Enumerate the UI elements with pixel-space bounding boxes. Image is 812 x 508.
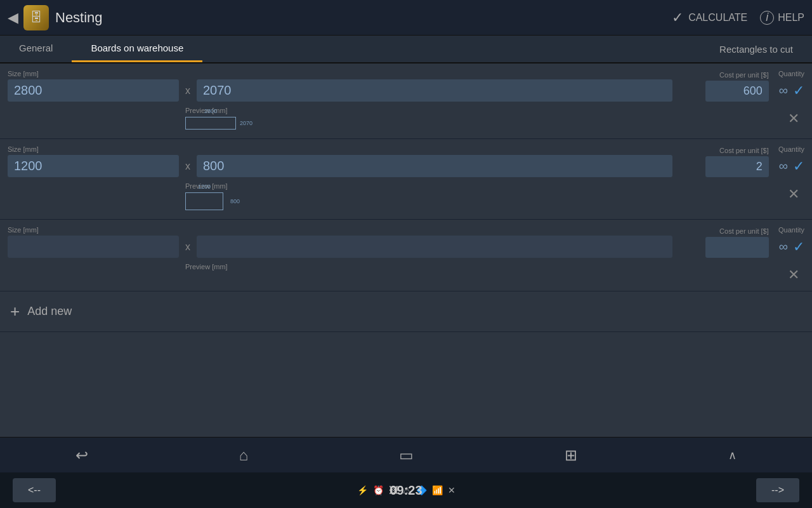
x-separator-2: x xyxy=(185,161,190,172)
header-actions: ✓ CALCULATE i HELP xyxy=(672,10,804,26)
confirm-btn-2[interactable]: ✓ xyxy=(793,158,804,175)
preview-rect-1: 2800 2070 xyxy=(185,117,236,130)
preview-area-2: Preview [mm] 1200 800 xyxy=(8,182,672,213)
cost-group-2: Cost per unit [$] xyxy=(705,147,769,177)
qty-label-1: Quantity xyxy=(778,70,804,77)
confirm-btn-3[interactable]: ✓ xyxy=(793,239,804,255)
size-section-3: Size [mm] x Preview [mm] xyxy=(8,226,672,273)
right-section-3: Cost per unit [$] Quantity ∞ ✓ ✕ xyxy=(678,226,804,284)
width-input-1[interactable] xyxy=(8,79,179,102)
qty-label-2: Quantity xyxy=(778,145,804,153)
wifi-icon: 📶 xyxy=(432,485,443,495)
cost-group-1: Cost per unit [$] xyxy=(705,71,769,102)
cost-label-2: Cost per unit [$] xyxy=(719,147,769,154)
preview-dim-w-1: 2800 xyxy=(204,108,217,114)
board-row-3: Size [mm] x Preview [mm] Cost per unit [… xyxy=(0,220,812,291)
size-label-1: Size [mm] xyxy=(8,70,672,77)
cost-input-3[interactable] xyxy=(705,237,769,258)
preview-dim-h-1: 2070 xyxy=(240,120,252,126)
qty-inf-symbol-1: ∞ xyxy=(776,79,790,102)
bottom-nav-bar: ↩ ⌂ ▭ ⊞ ∧ xyxy=(0,437,812,472)
check-icon: ✓ xyxy=(672,10,683,26)
app-title: Nesting xyxy=(55,10,672,26)
delete-row-1: ✕ xyxy=(783,109,804,128)
height-input-3[interactable] xyxy=(197,236,672,258)
back-icon[interactable]: ◀ xyxy=(8,10,18,26)
x-separator-3: x xyxy=(185,241,190,253)
preview-label-2: Preview [mm] xyxy=(185,182,672,190)
width-input-3[interactable] xyxy=(8,236,179,258)
qty-inf-symbol-2: ∞ xyxy=(776,155,790,177)
size-section-2: Size [mm] x Preview [mm] 1200 800 xyxy=(8,145,672,213)
height-input-1[interactable] xyxy=(197,79,672,102)
cost-label-1: Cost per unit [$] xyxy=(719,71,769,79)
qty-label-3: Quantity xyxy=(778,226,804,234)
qty-inf-2: ∞ ✓ xyxy=(776,155,804,177)
main-content: Size [mm] x Preview [mm] 2800 2070 xyxy=(0,64,812,437)
preview-rect-2: 1200 800 xyxy=(185,192,223,210)
left-arrow-button[interactable]: <-- xyxy=(13,478,56,502)
cost-qty-row-2: Cost per unit [$] Quantity ∞ ✓ xyxy=(705,145,804,177)
height-input-2[interactable] xyxy=(197,155,672,177)
nav-up-btn[interactable]: ∧ xyxy=(728,448,737,462)
right-arrow-button[interactable]: --> xyxy=(756,478,799,502)
tab-boards[interactable]: Boards on warehouse xyxy=(72,36,202,62)
help-label: HELP xyxy=(778,12,804,23)
tab-bar: General Boards on warehouse Rectangles t… xyxy=(0,36,812,64)
preview-dim-w-2: 1200 xyxy=(198,184,211,190)
delete-btn-2[interactable]: ✕ xyxy=(783,185,804,204)
add-icon: + xyxy=(10,302,20,321)
confirm-btn-1[interactable]: ✓ xyxy=(793,83,804,99)
board-row-1: Size [mm] x Preview [mm] 2800 2070 xyxy=(0,64,812,139)
alarm-icon: ⏰ xyxy=(373,485,384,495)
status-bar: <-- 09:23 ⚡ ⏰ 🖼 ⚠ 🔷 📶 ✕ --> xyxy=(0,472,812,508)
cost-qty-row-1: Cost per unit [$] Quantity ∞ ✓ xyxy=(705,70,804,102)
qty-inf-1: ∞ ✓ xyxy=(776,79,804,102)
width-input-2[interactable] xyxy=(8,155,179,177)
x-separator-1: x xyxy=(185,85,190,97)
delete-btn-1[interactable]: ✕ xyxy=(783,109,804,128)
cost-label-3: Cost per unit [$] xyxy=(719,227,769,235)
preview-label-3: Preview [mm] xyxy=(185,263,672,271)
size-section-1: Size [mm] x Preview [mm] 2800 2070 xyxy=(8,70,672,132)
add-new-button[interactable]: + Add new xyxy=(0,291,812,332)
board-row-2: Size [mm] x Preview [mm] 1200 800 xyxy=(0,139,812,220)
cost-qty-row-3: Cost per unit [$] Quantity ∞ ✓ xyxy=(705,226,804,258)
tab-general[interactable]: General xyxy=(0,36,72,62)
size-inputs-3: x xyxy=(8,236,672,258)
qty-group-1: Quantity ∞ ✓ xyxy=(776,70,804,102)
add-new-label: Add new xyxy=(27,305,72,318)
help-button[interactable]: i HELP xyxy=(760,11,804,25)
preview-area-1: Preview [mm] 2800 2070 xyxy=(8,107,672,132)
right-section-2: Cost per unit [$] Quantity ∞ ✓ ✕ xyxy=(678,145,804,204)
nav-window-btn[interactable]: ▭ xyxy=(399,446,414,464)
nav-back-btn[interactable]: ↩ xyxy=(75,446,88,464)
app-icon: 🗄 xyxy=(23,5,49,30)
preview-area-3: Preview [mm] xyxy=(8,263,672,273)
cost-group-3: Cost per unit [$] xyxy=(705,227,769,258)
size-label-2: Size [mm] xyxy=(8,145,672,153)
delete-row-2: ✕ xyxy=(783,185,804,204)
usb-icon: ⚡ xyxy=(357,485,368,495)
tab-rectangles[interactable]: Rectangles to cut xyxy=(700,36,812,62)
delete-row-3: ✕ xyxy=(783,265,804,284)
empty-area xyxy=(0,332,812,437)
size-label-3: Size [mm] xyxy=(8,226,672,234)
qty-inf-symbol-3: ∞ xyxy=(776,236,790,258)
status-time: 09:23 xyxy=(390,483,422,498)
preview-dim-h-2: 800 xyxy=(230,198,240,204)
calculate-button[interactable]: ✓ CALCULATE xyxy=(672,10,747,26)
app-header: ◀ 🗄 Nesting ✓ CALCULATE i HELP xyxy=(0,0,812,36)
nav-grid-btn[interactable]: ⊞ xyxy=(565,446,577,464)
qty-group-2: Quantity ∞ ✓ xyxy=(776,145,804,177)
info-icon: i xyxy=(760,11,774,25)
qty-group-3: Quantity ∞ ✓ xyxy=(776,226,804,258)
nav-home-btn[interactable]: ⌂ xyxy=(239,446,249,464)
cost-input-1[interactable] xyxy=(705,81,769,102)
calculate-label: CALCULATE xyxy=(688,12,747,23)
size-inputs-2: x xyxy=(8,155,672,177)
delete-btn-3[interactable]: ✕ xyxy=(783,265,804,284)
right-section-1: Cost per unit [$] Quantity ∞ ✓ ✕ xyxy=(678,70,804,128)
size-inputs-1: x xyxy=(8,79,672,102)
cost-input-2[interactable] xyxy=(705,156,769,177)
